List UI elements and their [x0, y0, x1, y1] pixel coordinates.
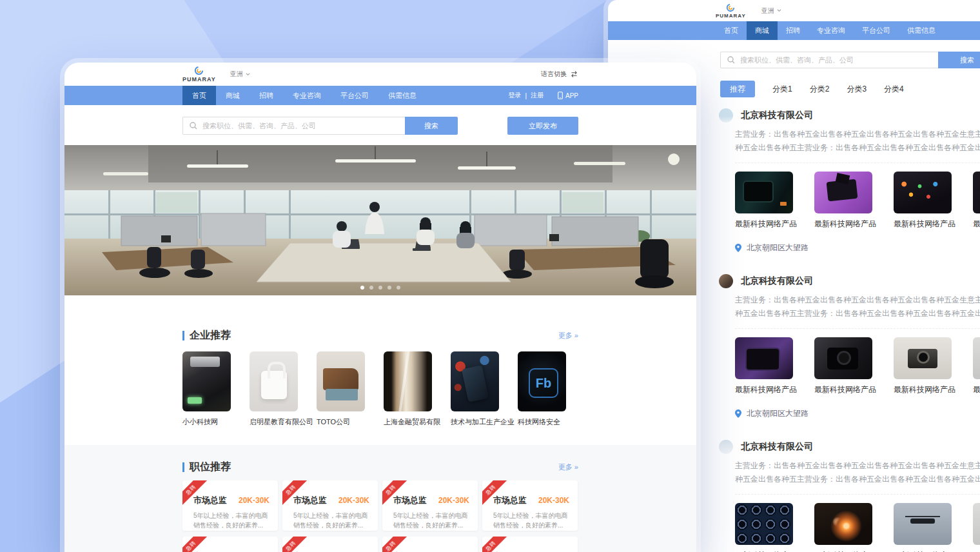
job-salary: 20K-30K: [438, 496, 469, 505]
company-name[interactable]: 北京科技有限公司: [741, 110, 813, 121]
search-input[interactable]: [720, 52, 938, 68]
search-input[interactable]: [182, 117, 405, 135]
product-image-camera-rig: [814, 172, 872, 213]
job-description: 5年以上经验，丰富的电商销售经验，良好的素养...: [193, 511, 270, 530]
location-text: 北京朝阳区大望路: [747, 242, 808, 253]
nav-item-mall[interactable]: 商城: [216, 86, 250, 105]
tab-category-4[interactable]: 分类4: [884, 84, 904, 95]
nav-item-consulting[interactable]: 专业咨询: [283, 86, 331, 105]
region-label: 亚洲: [230, 70, 243, 79]
publish-button[interactable]: 立即发布: [507, 117, 578, 135]
nav-item-mall[interactable]: 商城: [747, 21, 778, 40]
nav-item-supply-demand[interactable]: 供需信息: [378, 86, 426, 105]
company-name[interactable]: 北京科技有限公司: [741, 275, 813, 287]
enterprise-image-fb-logo: Fb: [518, 351, 566, 411]
product-card[interactable]: 最新科技网络产品: [894, 503, 952, 552]
carousel-dot-2[interactable]: [369, 286, 373, 290]
enterprise-card[interactable]: 启明星教育有限公司: [250, 351, 298, 427]
product-card[interactable]: 最新科技网络产品: [973, 337, 980, 395]
company-name[interactable]: 北京科技有限公司: [741, 441, 813, 453]
enterprise-card[interactable]: 技术与加工生产企业: [451, 351, 499, 427]
register-link[interactable]: 注册: [531, 91, 544, 100]
product-image-black-camera: [814, 337, 872, 379]
job-card[interactable]: 急聘 市场总监20K-30K 5年以上经验，丰富的电商销售经验，良好的素养...: [482, 480, 578, 531]
language-switch[interactable]: 语言切换: [541, 70, 578, 79]
brand-name: PUMARAY: [182, 77, 216, 83]
job-card[interactable]: 急聘 市场总监20K-30K 5年以上经验，丰富的电商销售经验，良好的素养...: [482, 537, 578, 552]
product-card[interactable]: 最新科技网络产品: [735, 172, 793, 230]
tab-category-3[interactable]: 分类3: [847, 84, 867, 95]
enterprise-card[interactable]: 上海金融贸易有限: [384, 351, 432, 427]
tab-category-1[interactable]: 分类1: [772, 84, 792, 95]
job-card[interactable]: 急聘 市场总监20K-30K 5年以上经验，丰富的电商销售经验，良好的素养...: [382, 537, 478, 552]
product-card[interactable]: 最新科技网络产品: [894, 172, 952, 230]
carousel-dot-1[interactable]: [360, 286, 364, 290]
home-searchbox: 搜索: [182, 117, 458, 135]
region-dropdown[interactable]: 亚洲: [230, 70, 250, 79]
app-link[interactable]: APP: [558, 92, 578, 99]
region-label: 亚洲: [761, 6, 774, 15]
search-button[interactable]: 搜索: [405, 117, 458, 135]
product-card[interactable]: 最新科技网络产品: [814, 172, 872, 230]
company-description: 主营业务：出售各种五金出售各种五金出售各种五金出售各种五金生意主营业务：出售各种…: [735, 293, 980, 320]
job-card[interactable]: 急聘 市场总监20K-30K 5年以上经验，丰富的电商销售经验，良好的素养...: [182, 537, 278, 552]
nav-item-home[interactable]: 首页: [716, 21, 747, 40]
urgent-ribbon: 急聘: [382, 537, 409, 552]
product-image-clipped: [973, 172, 980, 213]
app-label: APP: [565, 92, 578, 99]
job-card[interactable]: 急聘 市场总监20K-30K 5年以上经验，丰富的电商销售经验，良好的素养...: [282, 537, 378, 552]
login-link[interactable]: 登录: [508, 91, 521, 100]
nav-item-supply-demand[interactable]: 供需信息: [899, 21, 944, 40]
carousel-dot-5[interactable]: [397, 286, 400, 290]
company-avatar: [719, 274, 733, 288]
carousel-dot-3[interactable]: [378, 286, 382, 290]
product-card[interactable]: 最新科技网络产品: [814, 503, 872, 552]
job-salary: 20K-30K: [538, 496, 569, 505]
product-card[interactable]: 最新科技网络产品: [973, 172, 980, 230]
enterprise-card[interactable]: 小小科技网: [182, 351, 231, 427]
nav-item-companies[interactable]: 平台公司: [331, 86, 378, 105]
enterprise-card[interactable]: Fb 科技网络安全: [518, 351, 566, 427]
jobs-more-link[interactable]: 更多 »: [558, 462, 578, 472]
location-pin-icon: [735, 409, 741, 418]
nav-item-jobs[interactable]: 招聘: [250, 86, 283, 105]
region-dropdown[interactable]: 亚洲: [761, 6, 781, 15]
product-card[interactable]: 最新科技网络产品: [735, 503, 793, 552]
product-card[interactable]: 最新科技网络产品: [973, 503, 980, 552]
company-avatar: [719, 108, 733, 123]
brand-logo[interactable]: PUMARAY: [716, 3, 746, 19]
home-header: PUMARAY 亚洲 语言切换: [64, 63, 696, 86]
nav-item-jobs[interactable]: 招聘: [778, 21, 808, 40]
job-card-grid: 急聘 市场总监20K-30K 5年以上经验，丰富的电商销售经验，良好的素养...…: [182, 480, 578, 552]
company-location: 北京朝阳区大望路: [735, 242, 980, 253]
tab-recommended[interactable]: 推荐: [720, 81, 755, 97]
nav-item-companies[interactable]: 平台公司: [854, 21, 899, 40]
hero-office-photo: [64, 145, 696, 295]
product-label: 最新科技网络产品: [894, 384, 952, 395]
search-button[interactable]: 搜索: [938, 52, 980, 68]
nav-item-home[interactable]: 首页: [182, 86, 216, 105]
product-card[interactable]: 最新科技网络产品: [735, 337, 793, 395]
product-image-welding-sparks: [814, 503, 872, 545]
job-title: 市场总监: [293, 495, 327, 506]
company-description: 主营业务：出售各种五金出售各种五金出售各种五金出售各种五金生意主营业务：出售各种…: [735, 459, 980, 486]
product-card[interactable]: 最新科技网络产品: [814, 337, 872, 395]
job-card[interactable]: 急聘 市场总监20K-30K 5年以上经验，丰富的电商销售经验，良好的素养...: [282, 480, 378, 531]
enterprise-more-link[interactable]: 更多 »: [558, 331, 578, 340]
brand-logo[interactable]: PUMARAY: [182, 66, 216, 83]
product-image-video-camera: [735, 172, 793, 213]
product-card[interactable]: 最新科技网络产品: [894, 337, 952, 395]
tab-category-2[interactable]: 分类2: [810, 84, 830, 95]
location-pin-icon: [735, 244, 741, 252]
enterprise-card-label: 启明星教育有限公司: [250, 417, 298, 427]
hero-carousel: [64, 145, 696, 295]
enterprise-section-title: 企业推荐: [190, 329, 231, 342]
enterprise-card[interactable]: TOTO公司: [317, 351, 365, 427]
product-image-vintage-camera: [894, 337, 952, 379]
nav-account-area: 登录 | 注册 APP: [508, 86, 578, 105]
carousel-dot-4[interactable]: [387, 286, 391, 290]
job-card[interactable]: 急聘 市场总监20K-30K 5年以上经验，丰富的电商销售经验，良好的素养...: [382, 480, 478, 531]
job-card[interactable]: 急聘 市场总监20K-30K 5年以上经验，丰富的电商销售经验，良好的素养...: [182, 480, 278, 531]
nav-item-consulting[interactable]: 专业咨询: [808, 21, 854, 40]
product-row: 最新科技网络产品 最新科技网络产品 最新科技网络产品 最新科技网络产品: [735, 494, 980, 552]
